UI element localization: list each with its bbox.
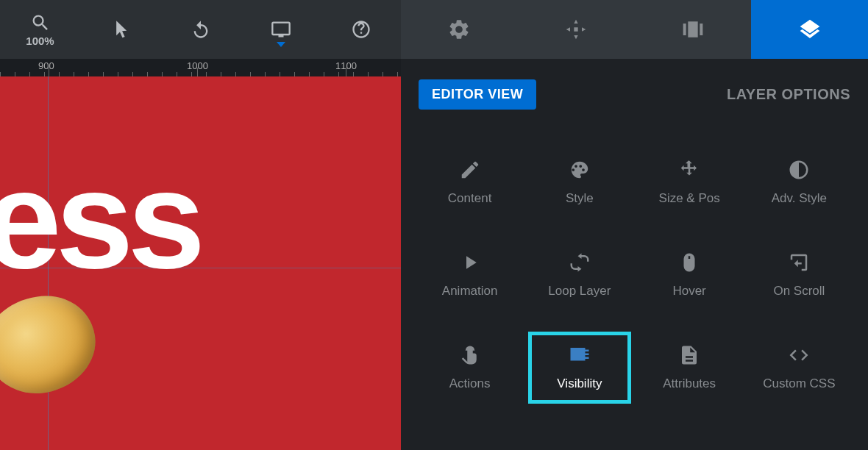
play-icon xyxy=(459,251,481,284)
ruler-horizontal: 900 1000 1100 xyxy=(0,59,401,76)
panel-tab-settings[interactable] xyxy=(401,0,518,59)
touch-icon xyxy=(459,344,481,376)
layer-options-title: LAYER OPTIONS xyxy=(727,86,850,103)
panel-tab-layers[interactable] xyxy=(751,0,868,59)
canvas[interactable]: ness xyxy=(0,76,401,450)
code-icon xyxy=(788,344,810,376)
option-animation[interactable]: Animation xyxy=(419,239,521,311)
option-label: On Scroll xyxy=(773,284,825,299)
zoom-tool[interactable]: 100% xyxy=(0,0,80,59)
help-tool[interactable] xyxy=(321,0,401,59)
layer-options-panel: EDITOR VIEW LAYER OPTIONS ContentStyleSi… xyxy=(401,59,868,450)
canvas-image-layer[interactable] xyxy=(0,285,106,405)
gear-icon xyxy=(447,18,471,41)
option-label: Hover xyxy=(672,284,705,299)
option-size-pos[interactable]: Size & Pos xyxy=(638,146,741,218)
option-custom-css[interactable]: Custom CSS xyxy=(748,332,850,404)
panel-tab-navigation[interactable] xyxy=(518,0,635,59)
option-label: Adv. Style xyxy=(772,191,827,206)
cursor-tool[interactable] xyxy=(80,0,160,59)
magnifier-icon xyxy=(30,12,51,33)
panel-tab-carousel[interactable] xyxy=(635,0,752,59)
pencil-icon xyxy=(459,159,481,191)
canvas-text-layer[interactable]: ness xyxy=(0,139,199,299)
file-icon xyxy=(678,344,700,376)
option-hover[interactable]: Hover xyxy=(638,239,741,311)
mouse-icon xyxy=(678,251,700,284)
undo-icon xyxy=(191,19,211,40)
layers-icon xyxy=(798,18,822,41)
editor-view-button[interactable]: EDITOR VIEW xyxy=(419,79,536,110)
option-style[interactable]: Style xyxy=(528,146,630,218)
monitor-icon xyxy=(271,19,291,40)
option-visibility[interactable]: Visibility xyxy=(528,332,630,404)
option-label: Animation xyxy=(442,284,498,299)
option-label: Loop Layer xyxy=(548,284,611,299)
option-on-scroll[interactable]: On Scroll xyxy=(748,239,850,311)
option-label: Custom CSS xyxy=(763,376,835,391)
option-content[interactable]: Content xyxy=(419,146,521,218)
move-icon xyxy=(678,159,700,191)
option-actions[interactable]: Actions xyxy=(419,332,521,404)
dpad-icon xyxy=(564,18,588,41)
option-label: Content xyxy=(448,191,492,206)
option-loop-layer[interactable]: Loop Layer xyxy=(528,239,630,311)
option-label: Actions xyxy=(449,376,491,391)
palette-icon xyxy=(569,159,591,191)
scroll-icon xyxy=(788,251,810,284)
loop-icon xyxy=(569,251,591,284)
option-label: Attributes xyxy=(663,376,716,391)
option-label: Size & Pos xyxy=(659,191,720,206)
zoom-label: 100% xyxy=(26,35,54,47)
help-icon xyxy=(351,19,371,40)
option-attributes[interactable]: Attributes xyxy=(638,332,741,404)
visibility-icon xyxy=(569,344,591,376)
cursor-icon xyxy=(110,19,131,40)
contrast-icon xyxy=(788,159,810,191)
carousel-icon xyxy=(681,18,705,41)
device-preview[interactable] xyxy=(241,0,321,59)
undo-tool[interactable] xyxy=(160,0,241,59)
option-adv-style[interactable]: Adv. Style xyxy=(748,146,850,218)
option-label: Style xyxy=(566,191,594,206)
option-label: Visibility xyxy=(557,376,602,391)
